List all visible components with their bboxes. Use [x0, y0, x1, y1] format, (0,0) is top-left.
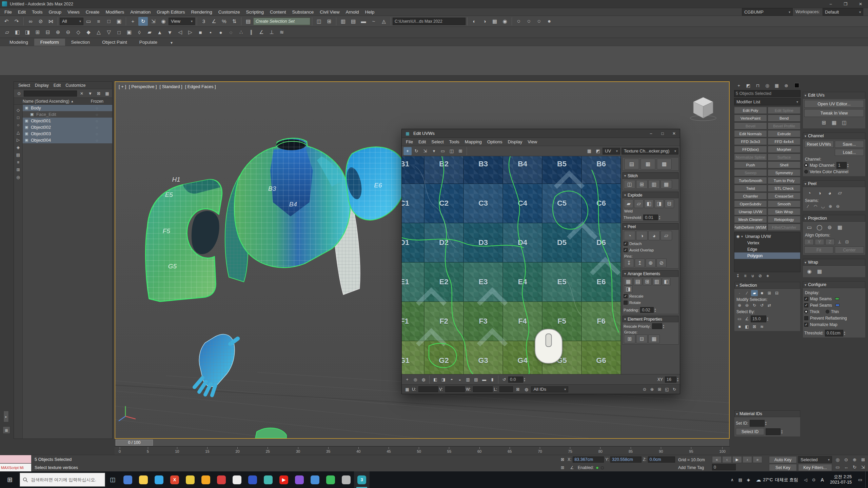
modifier-button[interactable]: Sweep	[734, 169, 767, 176]
menu-item[interactable]: Arnold	[342, 9, 362, 15]
modifier-button[interactable]: Twist	[734, 185, 767, 192]
explode-face-icon[interactable]: ▱	[634, 199, 644, 208]
modifier-button[interactable]: Edit Poly	[734, 107, 767, 114]
frozen-toggle-icon[interactable]	[96, 125, 98, 129]
pan-icon[interactable]: ◱	[664, 386, 670, 393]
element-properties-rollout-header[interactable]: Element Properties	[623, 316, 678, 322]
modifier-button[interactable]: Shell	[768, 161, 801, 168]
peel-reset-icon[interactable]: ▱	[660, 231, 672, 240]
modeling-tool-icon-8[interactable]: ◇	[74, 28, 83, 37]
show-end-result-icon[interactable]: ≡	[742, 273, 749, 279]
align-axis-button[interactable]: Z	[825, 239, 835, 245]
shrink-seam-icon[interactable]: ⊖	[834, 203, 841, 209]
uvw-menu-item[interactable]: Tools	[447, 139, 462, 144]
thick-radio[interactable]	[804, 310, 808, 313]
x-coordinate-field[interactable]: 83.367cm	[573, 456, 604, 463]
weld-selected-icon[interactable]: ◨	[654, 199, 664, 208]
v-field[interactable]	[445, 386, 465, 392]
group-create-icon[interactable]: ⊞	[624, 334, 635, 343]
modeling-tool-icon-22[interactable]: ●	[216, 28, 225, 37]
pin-selected-icon[interactable]: ⊕	[646, 259, 656, 267]
ribbon-tab[interactable]: Object Paint	[96, 39, 133, 46]
select-by-matid-icon[interactable]: ≋	[758, 324, 765, 330]
pin-stack-icon[interactable]: ↧	[734, 273, 741, 279]
arrange-elements-rollout-header[interactable]: Arrange Elements	[623, 270, 678, 277]
save-uvws-button[interactable]: Save...	[835, 141, 864, 148]
zoom-to-gizmo-icon[interactable]: ↻	[671, 386, 678, 393]
spherical-map-icon[interactable]: ⊚	[825, 223, 834, 232]
peel-rollout-header[interactable]: Peel	[803, 180, 865, 187]
utilities-tab-icon[interactable]: ⊛	[782, 82, 791, 89]
explorer-menu-item[interactable]: Display	[33, 83, 51, 88]
edit-uvs-rollout-header[interactable]: Edit UVs	[803, 92, 865, 99]
modifier-button[interactable]: OpenSubdiv	[734, 200, 767, 207]
pin-tool-icon[interactable]: ↧	[624, 259, 634, 267]
z-coordinate-field[interactable]: 0.0cm	[648, 456, 675, 463]
percent-snap-icon[interactable]: %	[219, 17, 229, 26]
task-view-icon[interactable]	[105, 471, 120, 488]
weld-all-icon[interactable]: ⊟	[665, 199, 674, 208]
zoom-icon[interactable]: ⊙	[641, 386, 648, 393]
render-production-icon[interactable]: ◉	[500, 17, 510, 26]
scene-explorer-toggle-icon[interactable]: ▥	[338, 17, 348, 26]
box-map-icon[interactable]: ▦	[835, 223, 845, 232]
zoom-extents-vp-icon[interactable]: ⊠	[859, 456, 867, 463]
pelt-map-icon[interactable]: ◕	[648, 231, 660, 240]
align-top-icon[interactable]: ◓	[448, 376, 455, 383]
best-align-icon[interactable]: ⊡	[844, 239, 850, 245]
transport-button[interactable]: ▶	[732, 456, 742, 463]
modifier-button[interactable]: Turn to Poly	[768, 177, 801, 184]
curve-editor-icon[interactable]: ~	[369, 17, 378, 26]
explorer-menu-item[interactable]: Customize	[63, 83, 88, 88]
modifier-button[interactable]: Fillet/Chamfer	[768, 224, 801, 231]
stitch-rollout-header[interactable]: Stitch	[623, 172, 678, 179]
mini-toggle-icon[interactable]: ▦	[3, 426, 10, 434]
w-field[interactable]	[473, 386, 493, 392]
modifier-button[interactable]: Smooth	[768, 200, 801, 207]
weather-widget[interactable]: 27°C 대체로 흐림	[752, 477, 802, 483]
menu-item[interactable]: Group	[46, 9, 65, 15]
align-bottom-icon[interactable]: ◒	[456, 376, 463, 383]
quick-peel2-icon[interactable]: ◔	[805, 188, 814, 197]
ring-selection-icon[interactable]: ↺	[758, 302, 765, 308]
map-channel-radio[interactable]	[804, 163, 808, 167]
track-bar[interactable]: 0510152025303540455055606570758085909510…	[115, 446, 730, 455]
model-vest[interactable]	[145, 180, 222, 302]
explorer-filter-icon-6[interactable]: ◈	[15, 144, 22, 151]
viewcube[interactable]	[687, 89, 719, 122]
modeling-tool-icon-23[interactable]: ◌	[226, 28, 236, 37]
create-tab-icon[interactable]: +	[734, 82, 743, 89]
taskbar-app-app-gray[interactable]	[338, 471, 354, 488]
volume-icon[interactable]: ◁	[802, 477, 810, 482]
circle-indicator-icon-3[interactable]: ○	[534, 17, 544, 26]
rotate-checkbox[interactable]	[624, 301, 628, 305]
ribbon-tab[interactable]: Populate	[133, 39, 163, 46]
menu-item[interactable]: Scripting	[243, 9, 267, 15]
schematic-view-icon[interactable]: ◬	[379, 17, 389, 26]
uvw-menu-item[interactable]: Options	[485, 139, 505, 144]
fit-button[interactable]: Fit	[804, 246, 833, 253]
select-by-name-icon[interactable]: ≡	[94, 17, 103, 26]
scale-tool-icon[interactable]: ⇲	[421, 147, 429, 155]
taskbar-app-youtube[interactable]: ▶	[276, 471, 292, 488]
taskbar-app-pinned-app-blue[interactable]	[120, 471, 136, 488]
uv-canvas[interactable]: B1B2B3B4B5B6C1C2C3C4C5C6D1D2D3D4D5D6E1E2…	[402, 156, 621, 374]
key-selection-dropdown[interactable]: Selected	[798, 456, 832, 463]
circle-indicator-icon-4[interactable]: ●	[545, 17, 554, 26]
modifier-stack-subobject[interactable]: Edge	[734, 246, 800, 252]
menu-item[interactable]: Customize	[215, 9, 243, 15]
hidden-icons-chevron[interactable]: ∧	[728, 477, 736, 482]
window-crossing-icon[interactable]: ▣	[114, 17, 124, 26]
scene-object-row[interactable]: Object004	[23, 137, 112, 143]
close-icon[interactable]: ✕	[853, 0, 868, 8]
pack-rotate-icon[interactable]: ▩	[657, 159, 672, 169]
detach-checkbox[interactable]	[624, 242, 628, 246]
model-glove[interactable]	[194, 334, 238, 395]
modifier-button[interactable]: Chamfer	[734, 192, 767, 200]
snap-toggle-icon[interactable]: ⊞	[456, 147, 465, 155]
ime-indicator[interactable]: A	[818, 477, 827, 483]
frozen-column-header[interactable]: Frozen	[91, 99, 103, 104]
name-column-header[interactable]: Name (Sorted Ascending)	[23, 99, 69, 104]
panel-expand-handle[interactable]: ▸	[3, 411, 9, 422]
modeling-tool-icon-3[interactable]: ◨	[23, 28, 32, 37]
